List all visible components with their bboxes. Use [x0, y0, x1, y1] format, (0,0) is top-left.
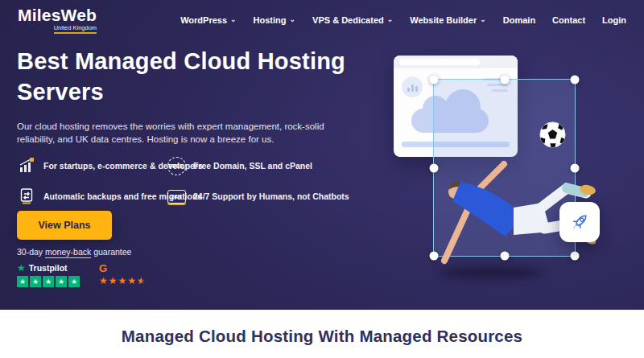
- nav-item-login[interactable]: Login: [602, 15, 626, 25]
- feature-label: 24/7 Support by Humans, not Chatbots: [193, 191, 349, 201]
- section-heading: Managed Cloud Hosting With Managed Resou…: [122, 327, 522, 358]
- growth-icon: [17, 156, 36, 175]
- chevron-down-icon: ⌄: [387, 15, 394, 23]
- view-plans-button[interactable]: View Plans: [17, 211, 112, 240]
- hero-description: Our cloud hosting removes the worries wi…: [17, 120, 349, 146]
- nav-item-vps-dedicated[interactable]: VPS & Dedicated⌄: [312, 15, 393, 25]
- nav-item-contact[interactable]: Contact: [552, 15, 585, 25]
- feature-startups: For startups, e-commerce & developers: [17, 156, 167, 175]
- money-back-guarantee: 30-day money-back guarantee: [17, 247, 131, 257]
- google-review-badge[interactable]: G ★★★★★★: [99, 263, 146, 286]
- money-back-link[interactable]: money-back: [45, 247, 91, 258]
- trustpilot-star-icon: ★: [17, 263, 26, 273]
- nav-item-hosting[interactable]: Hosting⌄: [254, 15, 296, 25]
- google-stars: ★★★★★★: [99, 276, 146, 286]
- nav-item-wordpress[interactable]: WordPress⌄: [180, 15, 236, 25]
- feature-support: 24/7 24/7 Support by Humans, not Chatbot…: [167, 187, 349, 206]
- address-bar: [399, 59, 480, 65]
- chevron-down-icon: ⌄: [230, 15, 237, 23]
- rocket-icon: [568, 211, 591, 233]
- browser-topbar: [394, 56, 518, 68]
- free-badge-icon: FREE: [167, 156, 186, 175]
- selection-handle[interactable]: [430, 76, 439, 84]
- feature-backups: Automatic backups and free migrations: [17, 187, 167, 206]
- review-badges: ★ Trustpilot ★★★★★ G ★★★★★★: [17, 263, 146, 287]
- backup-icon: [17, 187, 36, 206]
- feature-list: For startups, e-commerce & developers FR…: [17, 156, 349, 206]
- feature-label: Free Domain, SSL and cPanel: [193, 161, 312, 171]
- hero-section: MilesWeb United Kingdom WordPress⌄ Hosti…: [0, 0, 644, 310]
- lower-section: Managed Cloud Hosting With Managed Resou…: [0, 310, 644, 358]
- rocket-card: [559, 202, 600, 242]
- feature-free-domain: FREE Free Domain, SSL and cPanel: [167, 156, 349, 175]
- trustpilot-badge[interactable]: ★ Trustpilot ★★★★★: [17, 263, 80, 287]
- nav-item-domain[interactable]: Domain: [503, 15, 535, 25]
- selection-handle[interactable]: [571, 76, 580, 84]
- selection-handle[interactable]: [500, 76, 509, 84]
- logo[interactable]: MilesWeb United Kingdom: [18, 7, 97, 34]
- chevron-down-icon: ⌄: [480, 15, 486, 23]
- page-title: Best Managed Cloud Hosting Servers: [17, 46, 371, 107]
- soccer-ball-icon: [539, 121, 566, 148]
- trustpilot-label: Trustpilot: [29, 263, 68, 273]
- logo-region: United Kingdom: [54, 24, 97, 34]
- trustpilot-stars: ★★★★★: [17, 276, 80, 287]
- logo-brand: MilesWeb: [18, 7, 97, 23]
- support-badge-icon: 24/7: [167, 187, 186, 206]
- main-nav: WordPress⌄ Hosting⌄ VPS & Dedicated⌄ Web…: [180, 15, 626, 25]
- google-g-icon: G: [99, 263, 146, 274]
- header: MilesWeb United Kingdom WordPress⌄ Hosti…: [0, 0, 644, 35]
- chevron-down-icon: ⌄: [290, 15, 296, 23]
- chart-avatar-icon: [402, 76, 423, 97]
- nav-item-website-builder[interactable]: Website Builder⌄: [410, 15, 485, 25]
